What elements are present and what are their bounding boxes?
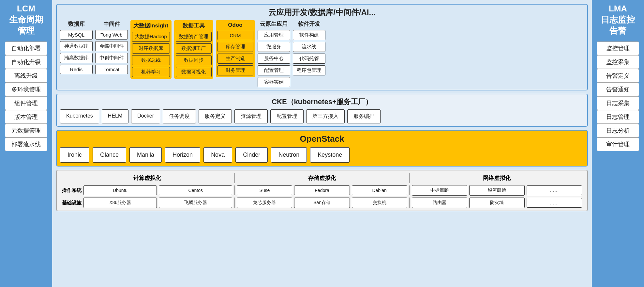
right-sidebar-title: LMA 日志监控 告警 (601, 3, 635, 36)
right-sidebar-item[interactable]: 日志采集 (597, 96, 639, 110)
virt-os-item: …… (527, 185, 582, 195)
cloud-col-item: CRM (217, 31, 253, 40)
virt-os-item: Fedora (294, 185, 350, 195)
cloud-col-item: 生产制造 (217, 54, 253, 64)
virt-os-item: Debian (352, 185, 407, 195)
virt-infra-item: X86服务器 (83, 198, 157, 208)
cloud-col-item: 金蝶中间件 (95, 41, 128, 51)
left-sidebar-item[interactable]: 离线升级 (5, 69, 47, 83)
left-sidebar-item[interactable]: 版本管理 (5, 110, 47, 124)
left-sidebar-item[interactable]: 部署流水线 (5, 137, 47, 151)
right-sidebar: LMA 日志监控 告警 监控管理监控采集告警定义告警通知日志采集日志管理日志分析… (592, 0, 644, 287)
cloud-grid: 数据库MySQL神通数据库瀚高数据库Redis中间件Tong Web金蝶中间件中… (60, 20, 584, 87)
cke-section-title: CKE（kubernetes+服务工厂） (60, 97, 584, 107)
virt-infra-item: 路由器 (412, 198, 467, 208)
right-sidebar-item[interactable]: 日志分析 (597, 124, 639, 137)
openstack-item: Keystone (310, 147, 350, 163)
cloud-col-item: 容器实例 (258, 77, 290, 87)
openstack-item: Horizon (165, 147, 200, 163)
virt-section: 计算虚拟化存储虚拟化网络虚拟化操作系统UbuntuCentosSuseFedor… (56, 170, 588, 211)
cloud-col-item: 瀚高数据库 (60, 53, 93, 63)
cloud-column: 数据工具数据资产管理数据湖工厂数据同步数据可视化 (174, 20, 213, 79)
virt-os-item: Centos (159, 185, 232, 195)
virt-infra-item: …… (527, 198, 582, 208)
cloud-col-item: MySQL (60, 30, 93, 40)
cloud-col-item: 服务中心 (258, 54, 290, 64)
openstack-item: Nova (203, 147, 232, 163)
right-sidebar-item[interactable]: 告警定义 (597, 69, 639, 83)
cloud-col-title: 数据库 (68, 20, 85, 28)
right-sidebar-item[interactable]: 日志管理 (597, 110, 639, 124)
cloud-col-item: 大数据Hadoop (132, 32, 170, 42)
cloud-col-item: 数据同步 (176, 55, 212, 65)
cloud-col-item: 配置管理 (258, 65, 290, 75)
left-sidebar-item[interactable]: 元数据管理 (5, 124, 47, 137)
virt-infra-item: 交换机 (352, 198, 407, 208)
cke-section: CKE（kubernetes+服务工厂） KubernetesHELMDocke… (56, 94, 588, 127)
cloud-col-item: 应用管理 (258, 30, 290, 40)
cloud-col-item: 代码托管 (293, 54, 325, 64)
cke-item: 服务编排 (347, 109, 381, 123)
right-sidebar-item[interactable]: 监控采集 (597, 55, 639, 69)
cloud-col-item: Tomcat (95, 65, 128, 74)
right-sidebar-item[interactable]: 审计管理 (597, 137, 639, 151)
cke-item: 任务调度 (163, 109, 196, 123)
cloud-col-title: 数据工具 (183, 22, 205, 29)
cloud-col-item: 软件构建 (293, 30, 325, 40)
cloud-col-item: 数据湖工厂 (176, 43, 212, 54)
cloud-col-item: Tong Web (95, 30, 128, 40)
cke-item: 第三方接入 (306, 109, 345, 123)
cke-item: 配置管理 (270, 109, 304, 123)
virt-group-title: 存储虚拟化 (235, 173, 410, 183)
virt-group-title: 网络虚拟化 (410, 173, 584, 183)
right-sidebar-item[interactable]: 告警通知 (597, 83, 639, 96)
virt-os-item: Suse (237, 185, 292, 195)
virt-os-label: 操作系统 (62, 187, 82, 194)
cloud-col-item: 库存管理 (217, 42, 253, 52)
virt-infra-item: 防火墙 (469, 198, 525, 208)
cloud-col-item: 数据资产管理 (176, 32, 212, 42)
virt-os-item: Ubuntu (83, 185, 157, 195)
openstack-title: OpenStack (60, 134, 584, 144)
cloud-column: 数据库MySQL神通数据库瀚高数据库Redis (60, 20, 93, 74)
cloud-col-item: 数据可视化 (176, 67, 212, 77)
cloud-col-item: 数据总线 (132, 55, 170, 65)
cloud-col-title: 云原生应用 (260, 20, 288, 28)
cloud-col-title: 中间件 (103, 20, 120, 28)
cloud-col-item: 机器学习 (132, 67, 170, 77)
openstack-item: Manila (129, 147, 162, 163)
cke-item: 资源管理 (234, 109, 268, 123)
left-sidebar-item[interactable]: 多环境管理 (5, 83, 47, 96)
cloud-col-item: 神通数据库 (60, 41, 93, 51)
virt-table: 计算虚拟化存储虚拟化网络虚拟化操作系统UbuntuCentosSuseFedor… (60, 173, 584, 208)
cloud-column: 中间件Tong Web金蝶中间件中创中间件Tomcat (95, 20, 128, 74)
cloud-col-title: 大数据Insight (133, 22, 168, 29)
virt-os-item: 中标麒麟 (412, 185, 467, 196)
right-sidebar-item[interactable]: 监控管理 (597, 41, 639, 55)
openstack-section: OpenStack IronicGlanceManilaHorizonNovaC… (56, 130, 588, 167)
cloud-column: 大数据Insight大数据Hadoop时序数据库数据总线机器学习 (130, 20, 172, 79)
left-sidebar: LCM 生命周期 管理 自动化部署自动化升级离线升级多环境管理组件管理版本管理元… (0, 0, 52, 287)
cloud-column: OdooCRM库存管理生产制造财务管理 (216, 20, 255, 77)
openstack-items: IronicGlanceManilaHorizonNovaCinderNeutr… (60, 147, 584, 163)
left-sidebar-item[interactable]: 组件管理 (5, 96, 47, 110)
cloud-col-item: 中创中间件 (95, 53, 128, 63)
virt-infra-item: 龙芯服务器 (237, 198, 292, 208)
cloud-col-item: Redis (60, 65, 93, 74)
cloud-col-item: 程序包管理 (293, 65, 325, 75)
openstack-item: Ironic (60, 147, 89, 163)
cloud-col-title: Odoo (228, 22, 242, 28)
cloud-column: 软件开发软件构建流水线代码托管程序包管理 (293, 20, 325, 75)
cloud-col-item: 财务管理 (217, 65, 253, 75)
virt-group-title: 计算虚拟化 (60, 173, 235, 183)
cloud-section: 云应用开发/数据库/中间件/AI... 数据库MySQL神通数据库瀚高数据库Re… (56, 4, 588, 90)
openstack-item: Neutron (271, 147, 307, 163)
left-sidebar-item[interactable]: 自动化升级 (5, 55, 47, 69)
virt-infra-item: 飞腾服务器 (159, 198, 232, 208)
cloud-column: 云原生应用应用管理微服务服务中心配置管理容器实例 (258, 20, 290, 87)
virt-os-item: 银河麒麟 (469, 185, 525, 196)
left-sidebar-item[interactable]: 自动化部署 (5, 41, 47, 55)
virt-grid: 计算虚拟化存储虚拟化网络虚拟化操作系统UbuntuCentosSuseFedor… (60, 173, 584, 208)
cloud-section-title: 云应用开发/数据库/中间件/AI... (60, 7, 584, 18)
main-content: 云应用开发/数据库/中间件/AI... 数据库MySQL神通数据库瀚高数据库Re… (52, 0, 592, 287)
